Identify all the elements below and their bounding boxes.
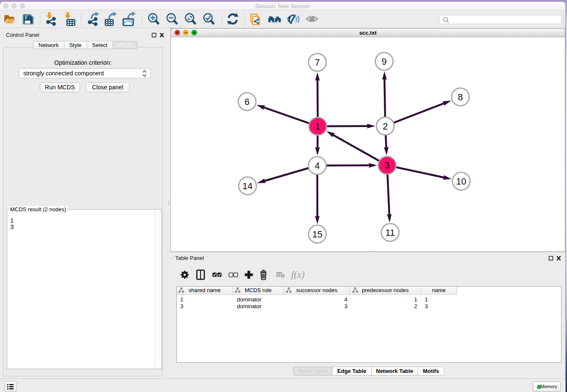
svg-text:9: 9	[382, 57, 387, 67]
svg-text:11: 11	[385, 228, 395, 238]
svg-text:4: 4	[315, 161, 320, 171]
svg-text:1: 1	[315, 121, 320, 132]
svg-text:3: 3	[385, 160, 390, 171]
svg-text:6: 6	[245, 97, 250, 107]
svg-text:10: 10	[456, 177, 466, 187]
svg-text:8: 8	[458, 92, 463, 102]
svg-text:2: 2	[383, 121, 388, 132]
svg-text:15: 15	[312, 229, 322, 240]
svg-text:14: 14	[242, 181, 253, 191]
svg-text:7: 7	[315, 58, 320, 68]
svg-text:f(x): f(x)	[291, 269, 305, 280]
